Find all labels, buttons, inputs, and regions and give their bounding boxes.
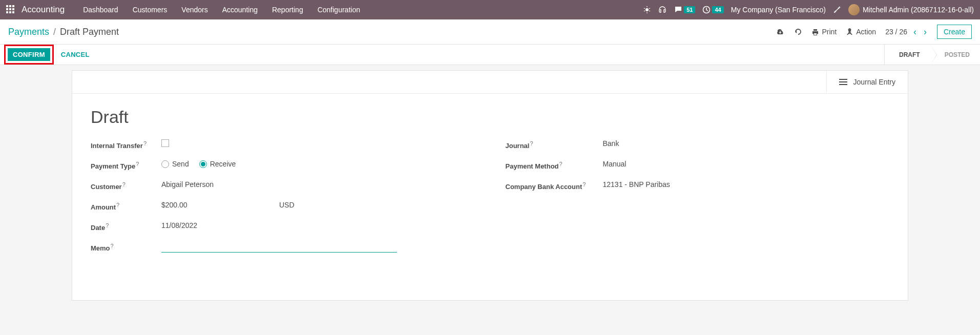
pager-next[interactable]: › [923, 27, 928, 37]
nav-vendors[interactable]: Vendors [175, 3, 214, 17]
bug-icon[interactable] [643, 6, 651, 14]
label-company-bank-account: Company Bank Account? [506, 180, 603, 191]
pager: 23 / 26 ‹ › [885, 27, 928, 37]
status-draft[interactable]: DRAFT [885, 45, 930, 65]
currency-value[interactable]: USD [279, 201, 295, 209]
amount-value[interactable]: $200.00 [161, 201, 279, 209]
label-memo: Memo? [91, 242, 161, 252]
date-value[interactable]: 11/08/2022 [161, 221, 475, 229]
customer-value[interactable]: Abigail Peterson [161, 180, 475, 189]
nav-customers[interactable]: Customers [127, 3, 174, 17]
payment-type-send-radio[interactable]: Send [161, 160, 189, 168]
user-menu[interactable]: Mitchell Admin (20867112-16-0-all) [848, 4, 974, 15]
messages-badge: 51 [684, 6, 695, 13]
memo-input[interactable] [161, 242, 397, 253]
print-button[interactable]: Print [811, 28, 837, 36]
breadcrumb: Payments / Draft Payment [8, 27, 119, 37]
journal-entry-label: Journal Entry [853, 78, 895, 86]
label-amount: Amount? [91, 201, 161, 211]
journal-value[interactable]: Bank [603, 139, 890, 148]
form-sheet: Journal Entry Draft Internal Transfer? [72, 70, 908, 301]
label-date: Date? [91, 221, 161, 232]
label-customer: Customer? [91, 180, 161, 191]
print-label: Print [822, 28, 837, 36]
journal-entry-button[interactable]: Journal Entry [826, 71, 908, 93]
label-payment-type: Payment Type? [91, 160, 161, 170]
label-payment-method: Payment Method? [506, 160, 603, 170]
status-posted[interactable]: POSTED [930, 45, 980, 65]
tools-icon[interactable] [833, 6, 841, 14]
action-button[interactable]: Action [846, 28, 876, 36]
sheet-header: Journal Entry [72, 71, 908, 94]
nav-dashboard[interactable]: Dashboard [77, 3, 124, 17]
payment-method-value[interactable]: Manual [603, 160, 890, 168]
label-internal-transfer: Internal Transfer? [91, 139, 161, 150]
user-name: Mitchell Admin (20867112-16-0-all) [863, 6, 974, 14]
content-area: Journal Entry Draft Internal Transfer? [0, 65, 980, 316]
activities-icon[interactable]: 44 [702, 6, 723, 14]
confirm-highlight: CONFIRM [4, 45, 54, 65]
internal-transfer-checkbox[interactable] [161, 139, 169, 147]
action-bar: CONFIRM CANCEL DRAFT POSTED [0, 45, 980, 65]
svg-rect-2 [814, 33, 817, 35]
nav-configuration[interactable]: Configuration [311, 3, 366, 17]
pager-text[interactable]: 23 / 26 [885, 28, 907, 36]
apps-menu-icon[interactable] [6, 5, 15, 14]
status-bar: DRAFT POSTED [884, 45, 980, 65]
pager-prev[interactable]: ‹ [912, 27, 918, 37]
svg-point-0 [645, 8, 649, 11]
support-icon[interactable] [658, 6, 667, 14]
nav-reporting[interactable]: Reporting [266, 3, 309, 17]
breadcrumb-separator: / [53, 27, 56, 37]
cancel-button[interactable]: CANCEL [54, 45, 97, 65]
list-icon [839, 79, 847, 85]
app-name[interactable]: Accounting [22, 5, 65, 15]
avatar [848, 4, 860, 15]
page-title: Draft [91, 107, 889, 127]
breadcrumb-bar: Payments / Draft Payment Print Action 23… [0, 19, 980, 45]
action-label: Action [856, 28, 876, 36]
company-selector[interactable]: My Company (San Francisco) [731, 6, 826, 14]
undo-icon[interactable] [794, 28, 802, 36]
company-bank-account-value[interactable]: 12131 - BNP Paribas [603, 180, 890, 189]
messages-icon[interactable]: 51 [674, 6, 695, 14]
cloud-sync-icon[interactable] [776, 27, 785, 36]
confirm-button[interactable]: CONFIRM [8, 48, 50, 61]
top-navbar: Accounting Dashboard Customers Vendors A… [0, 0, 980, 19]
label-journal: Journal? [506, 139, 603, 150]
breadcrumb-parent[interactable]: Payments [8, 27, 49, 37]
create-button[interactable]: Create [937, 25, 972, 39]
payment-type-receive-radio[interactable]: Receive [199, 160, 236, 168]
activities-badge: 44 [712, 6, 723, 13]
nav-accounting[interactable]: Accounting [216, 3, 264, 17]
breadcrumb-current: Draft Payment [60, 27, 119, 37]
